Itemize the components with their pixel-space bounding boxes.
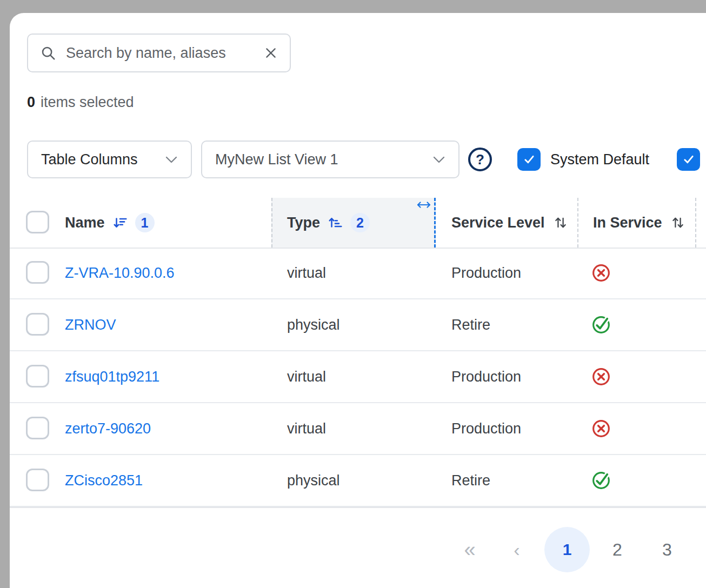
type-cell: physical <box>287 299 340 350</box>
asset-link[interactable]: zfsuq01tp9211 <box>65 369 159 385</box>
sort-both-icon <box>552 215 569 231</box>
row-checkbox[interactable] <box>26 313 49 336</box>
sort-descending-icon <box>112 215 128 230</box>
not-in-service-icon <box>590 366 612 387</box>
sort-ascending-icon <box>328 215 343 230</box>
name-cell: zerto7-90620 <box>65 403 151 454</box>
table-row: ZCisco2851 physical Retire <box>10 455 706 507</box>
table-row: zfsuq01tp9211 virtual Production <box>10 351 706 403</box>
help-icon[interactable]: ? <box>468 148 492 171</box>
sort-order-badge: 1 <box>135 213 155 232</box>
pagination: « ‹ 1 2 3 <box>10 527 706 572</box>
type-cell: virtual <box>287 248 326 298</box>
pagination-page-1[interactable]: 1 <box>544 527 590 572</box>
service-level-cell: Retire <box>451 455 490 506</box>
table-columns-dropdown[interactable]: Table Columns <box>27 141 192 178</box>
not-in-service-icon <box>590 418 612 439</box>
chevron-down-icon <box>165 156 178 164</box>
select-all-checkbox[interactable] <box>26 211 49 233</box>
selected-label: items selected <box>41 94 134 110</box>
system-default-checkbox[interactable] <box>517 148 541 171</box>
search-box[interactable] <box>27 34 291 72</box>
table-bottom-divider <box>10 507 706 508</box>
column-label: Name <box>65 215 105 231</box>
list-view-dropdown[interactable]: MyNew List View 1 <box>201 141 459 178</box>
type-cell: virtual <box>287 351 326 402</box>
in-service-icon <box>590 470 612 491</box>
secondary-checkbox[interactable] <box>677 148 700 171</box>
table-header: Name 1 Type 2 <box>10 198 706 249</box>
list-view-value: MyNew List View 1 <box>215 151 338 168</box>
table-row: ZRNOV physical Retire <box>10 299 706 351</box>
in-service-status <box>590 455 612 506</box>
column-header-service-level[interactable]: Service Level <box>451 198 569 248</box>
service-level-cell: Production <box>451 248 521 298</box>
asset-link[interactable]: ZRNOV <box>65 317 116 333</box>
in-service-status <box>590 403 612 454</box>
service-level-cell: Retire <box>451 299 490 350</box>
sort-order-badge: 2 <box>350 213 370 232</box>
pagination-page-3[interactable]: 3 <box>655 527 679 572</box>
column-header-type[interactable]: Type 2 <box>287 198 370 248</box>
column-label: Type <box>287 215 320 231</box>
in-service-icon <box>590 314 612 336</box>
name-cell: ZCisco2851 <box>65 455 143 506</box>
check-icon <box>681 151 697 168</box>
clear-search-icon[interactable] <box>264 46 278 60</box>
table-columns-label: Table Columns <box>41 151 138 168</box>
column-label: Service Level <box>451 215 545 231</box>
column-label: In Service <box>593 215 662 231</box>
row-checkbox[interactable] <box>26 261 49 284</box>
column-header-name[interactable]: Name 1 <box>65 198 155 248</box>
service-level-cell: Production <box>451 403 521 454</box>
asset-link[interactable]: Z-VRA-10.90.0.6 <box>65 265 175 282</box>
system-default-label: System Default <box>550 148 649 171</box>
column-separator <box>577 198 578 248</box>
pagination-page-2[interactable]: 2 <box>605 527 629 572</box>
row-checkbox[interactable] <box>26 469 49 491</box>
row-checkbox[interactable] <box>26 365 49 387</box>
chevron-down-icon <box>432 156 445 164</box>
column-resize-icon[interactable] <box>415 200 432 210</box>
asset-link[interactable]: ZCisco2851 <box>65 472 143 489</box>
table-row: Z-VRA-10.90.0.6 virtual Production <box>10 248 706 299</box>
in-service-status <box>590 351 612 402</box>
selected-count: 0 <box>27 94 35 110</box>
not-in-service-icon <box>590 262 612 284</box>
column-separator <box>695 198 696 248</box>
type-cell: virtual <box>287 403 326 454</box>
page-background: { "search": { "placeholder": "Search by … <box>0 0 706 588</box>
check-icon <box>521 151 537 168</box>
name-cell: ZRNOV <box>65 299 116 350</box>
service-level-cell: Production <box>451 351 521 402</box>
pagination-first-icon[interactable]: « <box>454 527 484 572</box>
column-header-in-service[interactable]: In Service <box>593 198 686 248</box>
asset-link[interactable]: zerto7-90620 <box>65 420 151 437</box>
sort-both-icon <box>670 215 686 231</box>
type-cell: physical <box>287 455 340 506</box>
help-glyph: ? <box>476 151 484 168</box>
name-cell: zfsuq01tp9211 <box>65 351 159 402</box>
content-card: 0items selected Table Columns MyNew List… <box>10 13 706 588</box>
search-input[interactable] <box>65 44 255 62</box>
items-selected-status: 0items selected <box>27 94 134 111</box>
row-checkbox[interactable] <box>26 417 49 439</box>
pagination-prev-icon[interactable]: ‹ <box>505 527 529 572</box>
in-service-status <box>590 248 612 298</box>
in-service-status <box>590 299 612 350</box>
name-cell: Z-VRA-10.90.0.6 <box>65 248 175 298</box>
table-row: zerto7-90620 virtual Production <box>10 403 706 455</box>
search-icon <box>40 45 56 61</box>
table-body: Z-VRA-10.90.0.6 virtual Production ZRNOV… <box>10 248 706 507</box>
